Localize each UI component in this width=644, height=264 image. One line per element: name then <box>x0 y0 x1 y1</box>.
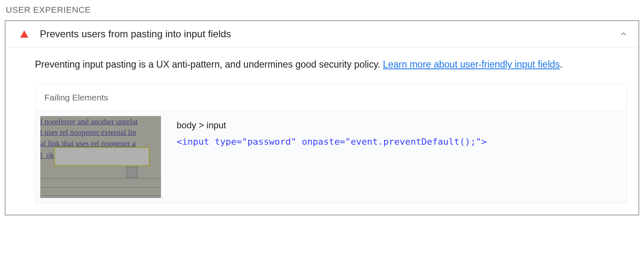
element-info: body > input <input type="password" onpa… <box>177 116 622 147</box>
audit-description-text: Preventing input pasting is a UX anti-pa… <box>35 59 383 70</box>
audit-title: Prevents users from pasting into input f… <box>40 28 620 40</box>
audit-description: Preventing input pasting is a UX anti-pa… <box>35 57 627 72</box>
warning-triangle-icon <box>20 30 28 38</box>
element-thumbnail: l noreferrer and another unrelat t uses … <box>40 116 161 198</box>
audit-description-suffix: . <box>560 59 562 70</box>
chevron-up-icon <box>620 30 627 38</box>
thumbnail-highlight-icon <box>55 148 149 165</box>
failing-element-row: l noreferrer and another unrelat t uses … <box>35 111 627 203</box>
section-header: USER EXPERIENCE <box>5 5 639 15</box>
thumbnail-ok-text: l_ok <box>40 150 54 161</box>
failing-elements-header: Failing Elements <box>35 84 627 111</box>
audit-body: Preventing input pasting is a UX anti-pa… <box>5 48 639 215</box>
audit-header[interactable]: Prevents users from pasting into input f… <box>5 21 639 48</box>
element-code-snippet: <input type="password" onpaste="event.pr… <box>177 137 622 147</box>
image-placeholder-icon <box>126 167 137 178</box>
learn-more-link[interactable]: Learn more about user-friendly input fie… <box>383 59 560 70</box>
thumbnail-preview-text: l noreferrer and another unrelat t uses … <box>40 116 161 150</box>
audit-card: Prevents users from pasting into input f… <box>5 20 639 215</box>
failing-elements-box: Failing Elements l noreferrer and anothe… <box>35 84 627 203</box>
element-selector-path: body > input <box>177 120 622 131</box>
